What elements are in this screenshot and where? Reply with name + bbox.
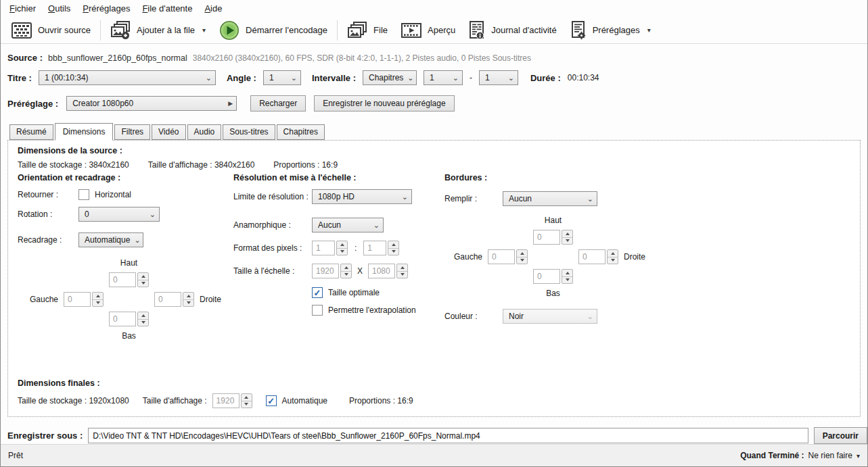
tab-dimensions[interactable]: Dimensions xyxy=(55,123,114,141)
auto-display-label: Automatique xyxy=(282,396,327,405)
menu-aide[interactable]: Aide xyxy=(198,1,228,16)
pixel-aspect-label: Format des pixels : xyxy=(233,243,312,253)
padding-fill-select[interactable]: Aucun ⌄ xyxy=(503,191,597,206)
range-end-select[interactable]: 1 ⌄ xyxy=(479,70,518,85)
activity-log-icon xyxy=(469,21,485,40)
range-type-select[interactable]: Chapitres ⌄ xyxy=(363,70,417,85)
par-x-input xyxy=(312,241,335,255)
padding-left-spinner xyxy=(488,249,528,264)
spin-up-button xyxy=(341,264,351,271)
resolution-limit-select[interactable]: 1080p HD ⌄ xyxy=(312,189,412,204)
preset-select[interactable]: Creator 1080p60 ▶ xyxy=(66,96,237,111)
final-display-label: Taille d'affichage : xyxy=(143,396,207,405)
tab-chapitres[interactable]: Chapitres xyxy=(277,124,325,140)
filmstrip-play-icon xyxy=(401,23,421,38)
check-icon: ✓ xyxy=(314,289,321,297)
chevron-down-icon: ⌄ xyxy=(206,74,212,82)
preset-label: Préréglage : xyxy=(7,99,58,109)
menu-file-attente[interactable]: File d'attente xyxy=(136,1,198,16)
source-row: Source : bbb_sunflower_2160p_60fps_norma… xyxy=(7,53,867,63)
final-display-input xyxy=(212,393,239,408)
padding-values: Haut Gauche Droite xyxy=(454,216,645,298)
angle-label: Angle : xyxy=(227,73,256,83)
crop-left-input xyxy=(64,292,91,307)
chevron-down-icon: ⌄ xyxy=(587,195,593,203)
angle-select[interactable]: 1 ⌄ xyxy=(263,70,301,85)
start-encode-button[interactable]: Démarrer l'encodage xyxy=(212,18,334,43)
menu-prereglages[interactable]: Préréglages xyxy=(76,1,136,16)
crop-left-spinner xyxy=(64,292,104,307)
menu-fichier[interactable]: Fichier xyxy=(3,1,42,16)
destination-path-input[interactable] xyxy=(88,428,808,443)
padding-color-select: Noir ⌄ xyxy=(503,309,597,324)
padding-bottom-input xyxy=(533,269,560,284)
duration-value: 00:10:34 xyxy=(568,73,599,82)
source-storage-size: Taille de stockage : 3840x2160 xyxy=(18,160,129,170)
spin-up-button xyxy=(93,293,103,299)
tab-video[interactable]: Vidéo xyxy=(152,124,185,140)
crop-bottom-input xyxy=(109,312,136,326)
crop-right-input xyxy=(154,292,181,307)
padding-right-spinner xyxy=(578,249,618,264)
anamorphic-select[interactable]: Aucun ⌄ xyxy=(312,218,384,232)
start-encode-label: Démarrer l'encodage xyxy=(246,25,327,35)
optimal-size-checkbox[interactable]: ✓ xyxy=(312,287,323,298)
spin-down-button xyxy=(562,237,572,245)
presets-button[interactable]: Préréglages ▾ xyxy=(564,18,658,43)
crop-left-label: Gauche xyxy=(30,295,58,304)
chevron-down-icon: ⌄ xyxy=(508,74,514,82)
range-start-select[interactable]: 1 ⌄ xyxy=(424,70,463,85)
allow-upscale-checkbox[interactable] xyxy=(312,305,323,316)
auto-display-checkbox[interactable]: ✓ xyxy=(266,395,277,406)
tab-filtres[interactable]: Filtres xyxy=(114,124,150,140)
crop-mode-select[interactable]: Automatique ⌄ xyxy=(78,232,143,247)
par-y-spin-buttons xyxy=(388,241,399,255)
spin-down-button xyxy=(388,248,398,255)
when-done-dropdown[interactable]: Quand Terminé : Ne rien faire ▾ xyxy=(740,451,860,460)
toolbar-separator xyxy=(337,20,338,41)
tab-resume[interactable]: Résumé xyxy=(9,124,53,140)
chevron-down-icon: ⌄ xyxy=(373,222,380,229)
title-row: Titre : 1 (00:10:34) ⌄ Angle : 1 ⌄ Inter… xyxy=(7,70,867,85)
open-source-button[interactable]: Ouvrir source xyxy=(5,18,97,43)
queue-button[interactable]: File xyxy=(340,18,394,43)
spin-down-button xyxy=(608,257,618,264)
spin-up-button xyxy=(562,230,572,237)
range-separator: - xyxy=(470,73,472,82)
tab-sous-titres[interactable]: Sous-titres xyxy=(223,124,275,140)
chevron-down-icon: ⌄ xyxy=(402,193,408,201)
title-select[interactable]: 1 (00:10:34) ⌄ xyxy=(39,70,216,85)
crop-right-spin-buttons xyxy=(183,292,194,307)
browse-button[interactable]: Parcourir xyxy=(814,427,867,444)
scale-width-spinner xyxy=(312,264,352,278)
range-end-value: 1 xyxy=(485,73,490,82)
queue-label: File xyxy=(373,25,388,35)
save-new-preset-button[interactable]: Enregistrer le nouveau préréglage xyxy=(314,95,454,112)
chevron-down-icon: ⌄ xyxy=(134,237,140,244)
padding-bottom-spin-buttons xyxy=(562,269,573,284)
final-storage-size: Taille de stockage : 1920x1080 xyxy=(18,396,129,405)
scaled-size-label: Taille à l'échelle : xyxy=(233,266,312,276)
preview-button[interactable]: Aperçu xyxy=(394,18,462,43)
activity-log-button[interactable]: Journal d'activité xyxy=(462,18,563,43)
resolution-limit-value: 1080p HD xyxy=(318,192,355,201)
anamorphic-value: Aucun xyxy=(318,220,341,230)
rotation-select[interactable]: 0 ⌄ xyxy=(78,207,160,222)
anamorphic-label: Anamorphique : xyxy=(233,220,312,230)
crop-top-spinner xyxy=(109,272,149,287)
reload-preset-button[interactable]: Recharger xyxy=(250,95,306,112)
add-to-queue-label: Ajouter à la file xyxy=(137,25,195,35)
padding-top-input xyxy=(533,230,560,245)
scale-height-input xyxy=(368,264,395,278)
open-source-label: Ouvrir source xyxy=(38,25,91,35)
flip-horizontal-checkbox[interactable] xyxy=(78,189,89,200)
padding-left-spin-buttons xyxy=(516,249,528,264)
spin-up-button xyxy=(562,270,572,276)
spin-down-button xyxy=(562,276,572,284)
duration-label: Durée : xyxy=(530,73,561,83)
par-y-input xyxy=(363,241,386,255)
padding-fill-label: Remplir : xyxy=(444,194,503,203)
menu-outils[interactable]: Outils xyxy=(42,1,76,16)
tab-audio[interactable]: Audio xyxy=(187,124,222,140)
add-to-queue-button[interactable]: Ajouter à la file ▾ xyxy=(104,18,212,43)
